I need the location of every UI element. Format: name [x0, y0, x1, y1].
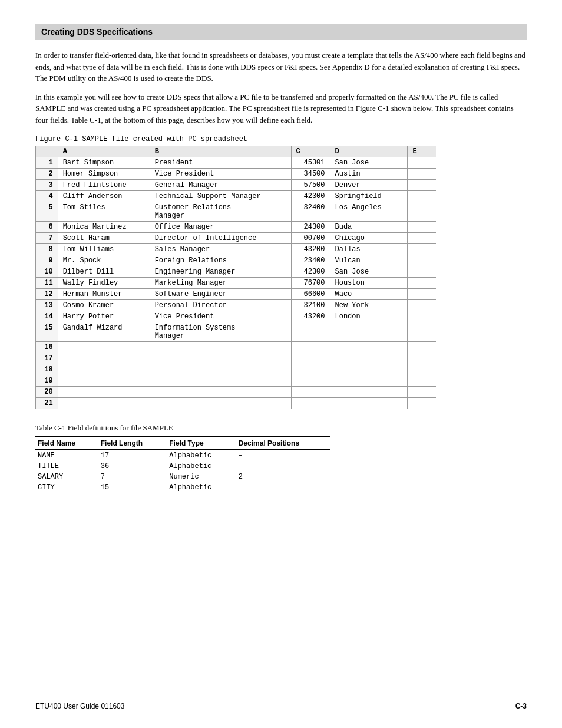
body-text-2: In this example you will see how to crea… [35, 91, 527, 126]
col-header-field-length: Field Length [98, 437, 167, 450]
col-header-decimal-positions: Decimal Positions [236, 437, 330, 450]
field-length-cell: 7 [98, 472, 167, 482]
table-row: 7 Scott Haram Director of Intelligence 0… [36, 233, 437, 244]
field-name-cell: CITY [35, 482, 98, 493]
field-length-cell: 17 [98, 450, 167, 461]
table-row: 19 [36, 375, 437, 387]
page-footer: ETU400 User Guide 011603 C-3 [35, 702, 527, 710]
field-definitions-table: Field Name Field Length Field Type Decim… [35, 436, 330, 493]
table-row: 2 Homer Simpson Vice President 34500 Aus… [36, 169, 437, 180]
page-header: Creating DDS Specifications [35, 24, 527, 40]
body-text-1: In order to transfer field-oriented data… [35, 50, 527, 84]
table-row: 14 Harry Potter Vice President 43200 Lon… [36, 311, 437, 322]
table-caption: Table C-1 Field definitions for file SAM… [35, 423, 527, 433]
footer-left: ETU400 User Guide 011603 [35, 702, 124, 710]
field-row-name: NAME 17 Alphabetic – [35, 450, 330, 461]
spreadsheet-table: A B C D E 1 Bart Simpson President 45301… [35, 146, 436, 409]
field-name-cell: TITLE [35, 461, 98, 472]
table-row: 10 Dilbert Dill Engineering Manager 4230… [36, 266, 437, 278]
col-header-field-type: Field Type [167, 437, 236, 450]
figure-caption: Figure C-1 SAMPLE file created with PC s… [35, 135, 527, 143]
table-row: 6 Monica Martinez Office Manager 24300 B… [36, 222, 437, 233]
field-type-cell: Numeric [167, 472, 236, 482]
field-row-title: TITLE 36 Alphabetic – [35, 461, 330, 472]
table-row: 15 Gandalf Wizard Information SystemsMan… [36, 322, 437, 342]
footer-right: C-3 [515, 702, 527, 710]
field-name-cell: NAME [35, 450, 98, 461]
table-row: 4 Cliff Anderson Technical Support Manag… [36, 191, 437, 202]
table-row: 17 [36, 353, 437, 364]
field-decimal-cell: – [236, 450, 330, 461]
field-decimal-cell: – [236, 461, 330, 472]
field-row-salary: SALARY 7 Numeric 2 [35, 472, 330, 482]
page-title: Creating DDS Specifications [41, 27, 521, 37]
field-length-cell: 15 [98, 482, 167, 493]
field-row-city: CITY 15 Alphabetic – [35, 482, 330, 493]
table-row: 21 [36, 398, 437, 409]
field-length-cell: 36 [98, 461, 167, 472]
table-row: 18 [36, 364, 437, 375]
table-row: 8 Tom Williams Sales Manager 43200 Dalla… [36, 244, 437, 255]
table-row: 9 Mr. Spock Foreign Relations 23400 Vulc… [36, 255, 437, 266]
field-name-cell: SALARY [35, 472, 98, 482]
field-type-cell: Alphabetic [167, 450, 236, 461]
table-row: 20 [36, 387, 437, 398]
col-header-field-name: Field Name [35, 437, 98, 450]
table-row: 3 Fred Flintstone General Manager 57500 … [36, 180, 437, 191]
field-type-cell: Alphabetic [167, 482, 236, 493]
table-row: 1 Bart Simpson President 45301 San Jose [36, 157, 437, 169]
field-decimal-cell: 2 [236, 472, 330, 482]
table-row: 11 Wally Findley Marketing Manager 76700… [36, 278, 437, 289]
table-row: 16 [36, 342, 437, 353]
field-decimal-cell: – [236, 482, 330, 493]
table-row: 12 Herman Munster Software Engineer 6660… [36, 289, 437, 300]
table-row: 5 Tom Stiles Customer RelationsManager 3… [36, 202, 437, 222]
table-row: 13 Cosmo Kramer Personal Director 32100 … [36, 300, 437, 311]
field-type-cell: Alphabetic [167, 461, 236, 472]
